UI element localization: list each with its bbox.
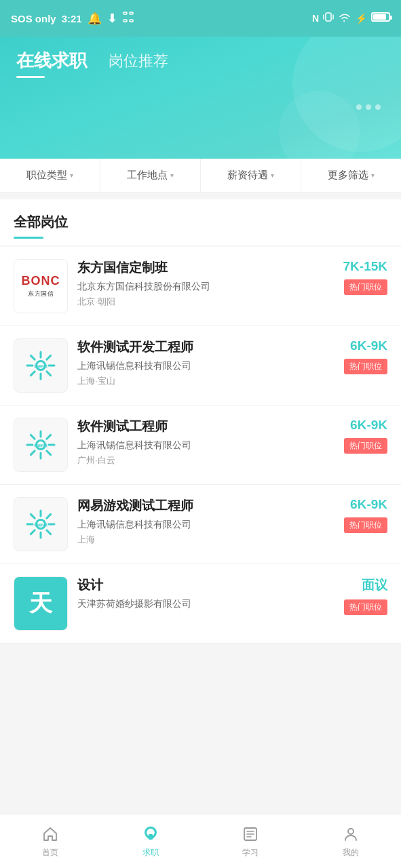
- header-tabs: 在线求职 岗位推荐: [16, 49, 385, 78]
- decoration-dots: [356, 104, 381, 110]
- job-list: BONC 东方国信 东方国信定制班 北京东方国信科技股份有限公司 北京·朝阳 7…: [0, 247, 401, 644]
- wifi-icon: [338, 12, 351, 25]
- tab-online-jobs[interactable]: 在线求职: [16, 49, 87, 78]
- svg-point-46: [348, 829, 354, 834]
- svg-rect-0: [123, 12, 127, 14]
- nav-label-jobs: 求职: [142, 847, 159, 859]
- nav-item-profile[interactable]: 我的: [301, 818, 401, 864]
- company-logo-xunxi-3: 讯锡科技: [14, 497, 68, 551]
- job-item-3[interactable]: 讯锡科技 软件测试工程师 上海讯锡信息科技有限公司 广州·白云 6K-9K 热门…: [0, 406, 401, 485]
- svg-line-25: [47, 451, 51, 455]
- vibrate-icon: [323, 11, 334, 26]
- svg-rect-1: [130, 12, 133, 14]
- svg-text:讯锡科技: 讯锡科技: [34, 443, 48, 448]
- job-salary-3: 6K-9K: [350, 418, 387, 433]
- chevron-down-icon-3: ▾: [271, 172, 274, 179]
- status-left: SOS only 3:21 🔔 ⬇: [11, 11, 134, 26]
- download-icon: ⬇: [107, 12, 117, 26]
- svg-rect-3: [130, 20, 133, 22]
- svg-rect-4: [326, 13, 331, 21]
- company-logo-tian: 天: [14, 576, 68, 631]
- nfc-icon: N: [312, 13, 319, 24]
- company-logo-xunxi-2: 讯锡科技: [14, 418, 68, 472]
- filter-section: 职位类型 ▾ 工作地点 ▾ 薪资待遇 ▾ 更多筛选 ▾: [0, 159, 401, 193]
- chevron-down-icon: ▾: [70, 172, 73, 179]
- notification-icon: 🔔: [88, 12, 102, 26]
- tab-recommended-jobs[interactable]: 岗位推荐: [109, 51, 168, 77]
- svg-line-13: [31, 355, 35, 359]
- job-company-2: 上海讯锡信息科技有限公司: [77, 360, 335, 372]
- company-logo-xunxi-1: 讯锡科技: [14, 338, 68, 393]
- jobs-icon: [140, 824, 161, 844]
- job-title-2: 软件测试开发工程师: [77, 338, 335, 356]
- job-badge-3: 热门职位: [344, 438, 387, 454]
- svg-line-24: [31, 435, 35, 439]
- job-company-4: 上海讯锡信息科技有限公司: [77, 519, 335, 531]
- job-salary-4: 6K-9K: [350, 497, 387, 512]
- job-right-5: 面议 热门职位: [344, 576, 387, 615]
- job-location-2: 上海·宝山: [77, 375, 335, 387]
- job-item-2[interactable]: 讯锡科技 软件测试开发工程师 上海讯锡信息科技有限公司 上海·宝山 6K-9K …: [0, 326, 401, 406]
- time-text: 3:21: [62, 13, 82, 24]
- job-content-1: 东方国信定制班 北京东方国信科技股份有限公司 北京·朝阳: [77, 259, 334, 308]
- svg-rect-2: [123, 20, 127, 22]
- battery-saver-icon: ⚡: [356, 13, 367, 24]
- chevron-down-icon-2: ▾: [170, 172, 174, 179]
- battery-icon: [371, 12, 390, 24]
- svg-text:讯锡科技: 讯锡科技: [34, 364, 48, 368]
- job-badge-1: 热门职位: [344, 279, 387, 295]
- job-content-5: 设计 天津苏荷婚纱摄影有限公司: [77, 576, 335, 613]
- job-content-4: 网易游戏测试工程师 上海讯锡信息科技有限公司 上海: [77, 497, 335, 546]
- job-item-1[interactable]: BONC 东方国信 东方国信定制班 北京东方国信科技股份有限公司 北京·朝阳 7…: [0, 247, 401, 326]
- filter-salary[interactable]: 薪资待遇 ▾: [201, 159, 301, 192]
- nav-item-jobs[interactable]: 求职: [100, 818, 201, 864]
- svg-line-27: [31, 451, 35, 455]
- job-title-5: 设计: [77, 576, 335, 594]
- svg-line-36: [47, 530, 51, 534]
- filter-job-type[interactable]: 职位类型 ▾: [0, 159, 100, 192]
- job-location-3: 广州·白云: [77, 454, 335, 467]
- status-icons-right: N ⚡: [312, 11, 390, 26]
- section-underline: [14, 237, 43, 239]
- job-salary-1: 7K-15K: [343, 259, 387, 274]
- screenshot-icon: [122, 11, 134, 26]
- job-company-1: 北京东方国信科技股份有限公司: [77, 281, 334, 293]
- nav-item-home[interactable]: 首页: [0, 818, 100, 864]
- all-positions-section: 全部岗位: [0, 199, 401, 245]
- job-badge-2: 热门职位: [344, 359, 387, 374]
- svg-line-38: [31, 530, 35, 534]
- svg-line-37: [47, 514, 51, 518]
- job-right-2: 6K-9K 热门职位: [344, 338, 387, 374]
- nav-item-learn[interactable]: 学习: [201, 818, 301, 864]
- svg-line-26: [47, 435, 51, 439]
- status-bar: SOS only 3:21 🔔 ⬇ N: [0, 0, 401, 37]
- bottom-nav: 首页 求职 学习: [0, 814, 401, 868]
- profile-icon: [341, 824, 361, 844]
- svg-line-16: [31, 372, 35, 376]
- job-company-5: 天津苏荷婚纱摄影有限公司: [77, 598, 335, 610]
- learn-icon: [240, 824, 261, 844]
- job-company-3: 上海讯锡信息科技有限公司: [77, 439, 335, 452]
- svg-line-15: [47, 355, 51, 359]
- job-badge-5: 热门职位: [344, 599, 387, 615]
- job-title-4: 网易游戏测试工程师: [77, 497, 335, 515]
- filter-row: 职位类型 ▾ 工作地点 ▾ 薪资待遇 ▾ 更多筛选 ▾: [0, 159, 401, 193]
- section-title: 全部岗位: [14, 213, 387, 231]
- job-right-3: 6K-9K 热门职位: [344, 418, 387, 454]
- job-location-1: 北京·朝阳: [77, 296, 334, 308]
- job-item-4[interactable]: 讯锡科技 网易游戏测试工程师 上海讯锡信息科技有限公司 上海 6K-9K 热门职…: [0, 485, 401, 564]
- filter-location[interactable]: 工作地点 ▾: [100, 159, 201, 192]
- svg-text:讯锡科技: 讯锡科技: [34, 523, 48, 527]
- filter-more[interactable]: 更多筛选 ▾: [301, 159, 401, 192]
- nav-label-home: 首页: [42, 847, 58, 859]
- svg-line-35: [31, 514, 35, 518]
- svg-line-14: [47, 372, 51, 376]
- job-salary-2: 6K-9K: [350, 338, 387, 353]
- company-logo-bonc: BONC 东方国信: [14, 259, 68, 313]
- job-salary-5: 面议: [362, 576, 387, 594]
- job-item-5[interactable]: 天 设计 天津苏荷婚纱摄影有限公司 面议 热门职位: [0, 564, 401, 644]
- job-location-4: 上海: [77, 534, 335, 546]
- job-title-1: 东方国信定制班: [77, 259, 334, 277]
- xunxi-logo-icon-1: 讯锡科技: [24, 349, 57, 382]
- xunxi-logo-icon-2: 讯锡科技: [24, 429, 57, 461]
